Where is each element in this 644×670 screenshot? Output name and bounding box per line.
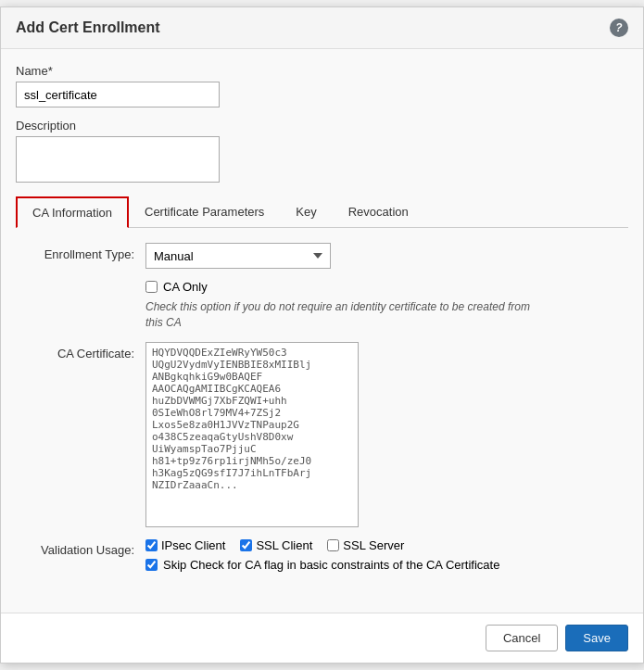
- name-group: Name*: [16, 64, 628, 107]
- dialog-header: Add Cert Enrollment ?: [1, 7, 643, 49]
- skip-check-label[interactable]: Skip Check for CA flag in basic constrai…: [163, 558, 499, 572]
- ssl-server-checkbox[interactable]: [327, 539, 339, 551]
- ca-certificate-text: HQYDVQQDExZIeWRyYW50c3 UQgU2VydmVyIENBBI…: [152, 347, 352, 491]
- cancel-button[interactable]: Cancel: [486, 625, 558, 651]
- enrollment-type-value: Manual SCEP EST: [145, 243, 628, 269]
- ipsec-client-label[interactable]: IPsec Client: [161, 538, 225, 552]
- tab-revocation[interactable]: Revocation: [333, 196, 424, 228]
- ssl-client-item: SSL Client: [240, 538, 312, 552]
- help-icon[interactable]: ?: [610, 19, 628, 37]
- ssl-server-item: SSL Server: [327, 538, 404, 552]
- name-label: Name*: [16, 64, 628, 78]
- enrollment-type-row: Enrollment Type: Manual SCEP EST: [16, 243, 628, 269]
- description-group: Description: [16, 119, 628, 185]
- enrollment-type-label: Enrollment Type:: [16, 243, 145, 261]
- tabs-container: CA Information Certificate Parameters Ke…: [16, 196, 628, 228]
- add-cert-enrollment-dialog: Add Cert Enrollment ? Name* Description …: [0, 6, 644, 664]
- ipsec-client-checkbox[interactable]: [145, 539, 158, 551]
- description-label: Description: [16, 119, 628, 133]
- validation-checkboxes-row: IPsec Client SSL Client SSL Server: [145, 538, 628, 552]
- ca-only-checkbox-row: CA Only: [145, 280, 628, 294]
- validation-usage-value: IPsec Client SSL Client SSL Server: [145, 538, 628, 572]
- tab-content-ca-information: Enrollment Type: Manual SCEP EST: [16, 228, 628, 598]
- dialog-footer: Cancel Save: [1, 613, 643, 663]
- ssl-client-checkbox[interactable]: [240, 539, 252, 551]
- dialog-title: Add Cert Enrollment: [16, 19, 160, 36]
- ca-only-field: CA Only Check this option if you do not …: [145, 280, 628, 331]
- save-button[interactable]: Save: [565, 625, 628, 651]
- ssl-server-label[interactable]: SSL Server: [343, 538, 404, 552]
- dialog-body: Name* Description CA Information Certifi…: [1, 49, 643, 613]
- ca-certificate-label: CA Certificate:: [16, 342, 145, 360]
- tab-certificate-parameters[interactable]: Certificate Parameters: [129, 196, 280, 228]
- validation-usage-row: Validation Usage: IPsec Client SSL Clien…: [16, 538, 628, 572]
- validation-usage-label: Validation Usage:: [16, 538, 145, 557]
- tab-key[interactable]: Key: [280, 196, 332, 228]
- description-input[interactable]: [16, 136, 220, 183]
- enrollment-type-select[interactable]: Manual SCEP EST: [145, 243, 331, 269]
- ca-only-label[interactable]: CA Only: [163, 280, 208, 294]
- skip-check-checkbox[interactable]: [145, 559, 158, 571]
- name-input[interactable]: [16, 82, 220, 107]
- ca-certificate-scrollbox[interactable]: HQYDVQQDExZIeWRyYW50c3 UQgU2VydmVyIENBBI…: [145, 342, 359, 527]
- tab-ca-information[interactable]: CA Information: [16, 196, 129, 228]
- ssl-client-label[interactable]: SSL Client: [256, 538, 312, 552]
- ca-certificate-row: CA Certificate: HQYDVQQDExZIeWRyYW50c3 U…: [16, 342, 628, 527]
- skip-check-row: Skip Check for CA flag in basic constrai…: [145, 558, 628, 572]
- ipsec-client-item: IPsec Client: [145, 538, 225, 552]
- ca-only-checkbox[interactable]: [145, 281, 158, 293]
- ca-certificate-value: HQYDVQQDExZIeWRyYW50c3 UQgU2VydmVyIENBBI…: [145, 342, 628, 527]
- ca-only-hint: Check this option if you do not require …: [145, 299, 535, 331]
- ca-only-row: CA Only Check this option if you do not …: [16, 280, 628, 331]
- enrollment-type-dropdown-wrapper: Manual SCEP EST: [145, 243, 331, 269]
